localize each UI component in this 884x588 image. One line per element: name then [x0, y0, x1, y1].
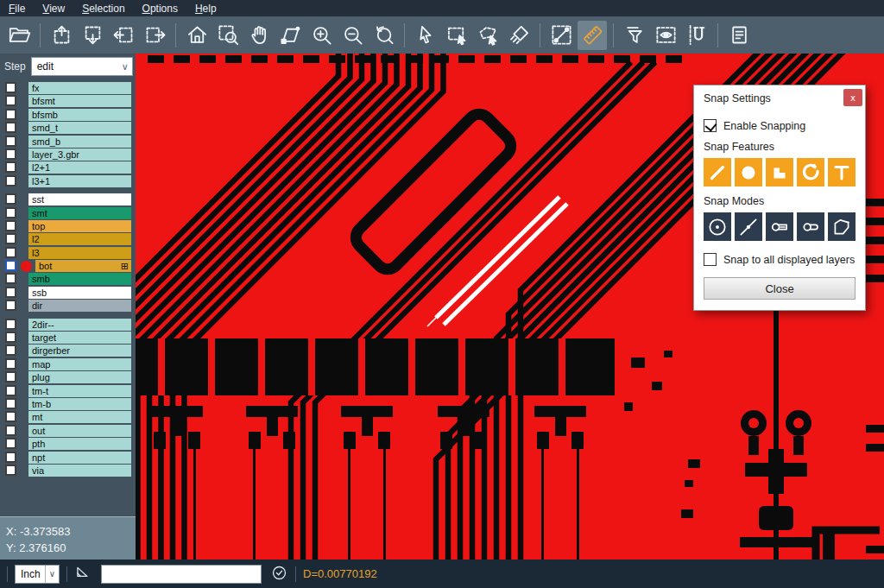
layer-checkbox-sst[interactable]: [5, 193, 16, 205]
layer-label-2dir--[interactable]: 2dir--: [28, 319, 131, 331]
enable-snapping-checkbox[interactable]: [704, 119, 717, 132]
layer-label-map[interactable]: map: [28, 358, 131, 370]
layer-checkbox-smb[interactable]: [5, 273, 16, 284]
layer-checkbox-l3[interactable]: [5, 247, 16, 258]
layer-label-dir[interactable]: dir: [28, 300, 131, 312]
layer-label-ssb[interactable]: ssb: [28, 287, 131, 299]
layer-label-smb[interactable]: smb: [28, 273, 131, 285]
layer-checkbox-tm-t[interactable]: [5, 385, 16, 396]
layer-checkbox-mt[interactable]: [5, 411, 16, 422]
layer-checkbox-fx[interactable]: [5, 82, 16, 93]
layer-label-l2[interactable]: l2: [28, 233, 131, 245]
layer-label-bfsmb[interactable]: bfsmb: [28, 109, 131, 121]
layer-checkbox-bot[interactable]: [5, 260, 16, 271]
layer-checkbox-smd_t[interactable]: [5, 122, 16, 133]
layer-checkbox-pth[interactable]: [5, 438, 16, 449]
layer-checkbox-target[interactable]: [5, 332, 16, 343]
snap-mode-center-button[interactable]: [704, 212, 731, 241]
snap-mode-contour-button[interactable]: [828, 212, 856, 241]
layer-checkbox-via[interactable]: [5, 465, 16, 476]
layer-label-pth[interactable]: pth: [28, 438, 131, 450]
layer-checkbox-plug[interactable]: [5, 371, 16, 383]
snap-feature-text-button[interactable]: [828, 158, 856, 187]
layer-checkbox-map[interactable]: [5, 358, 16, 370]
snap-all-layers-checkbox[interactable]: [704, 253, 717, 266]
zoom-in-button[interactable]: [306, 21, 336, 50]
layer-label-mt[interactable]: mt: [28, 411, 131, 423]
snap-mode-slot-open-button[interactable]: [797, 212, 824, 241]
layer-label-tm-t[interactable]: tm-t: [28, 385, 131, 397]
layer-label-npt[interactable]: npt: [28, 452, 131, 464]
layer-label-smt[interactable]: smt: [28, 207, 131, 219]
unit-select[interactable]: Inch ∨: [15, 565, 60, 584]
snap-feature-circle-pad-button[interactable]: [735, 158, 762, 187]
layer-label-fx[interactable]: fx: [28, 82, 131, 94]
filter-button[interactable]: [620, 21, 649, 50]
dialog-close-button[interactable]: x: [843, 89, 862, 106]
measure-distance-button[interactable]: [546, 21, 576, 50]
layer-label-bot[interactable]: bot⊞: [35, 260, 131, 272]
layer-label-layer_3.gbr[interactable]: layer_3.gbr: [28, 149, 131, 161]
layer-label-tm-b[interactable]: tm-b: [28, 398, 131, 410]
select-polygon-button[interactable]: [473, 21, 502, 50]
select-cursor-button[interactable]: [411, 21, 440, 50]
measure-input[interactable]: [101, 565, 262, 584]
zoom-out-button[interactable]: [338, 21, 367, 50]
layer-label-l2+1[interactable]: l2+1: [28, 161, 131, 174]
layer-checkbox-ssb[interactable]: [5, 287, 16, 298]
snap-feature-line-button[interactable]: [704, 158, 731, 187]
snap-mode-midpoint-button[interactable]: [735, 212, 762, 241]
menu-options[interactable]: Options: [134, 2, 186, 16]
layer-label-smd_b[interactable]: smd_b: [28, 136, 131, 148]
snap-feature-corner-pad-button[interactable]: [766, 158, 793, 187]
layer-checkbox-bfsmb[interactable]: [5, 109, 16, 120]
layer-checkbox-smt[interactable]: [5, 207, 16, 218]
select-rectangle-button[interactable]: [442, 21, 471, 50]
layer-checkbox-l3+1[interactable]: [5, 175, 16, 187]
layer-checkbox-smd_b[interactable]: [5, 136, 16, 147]
grid-icon[interactable]: ⊞: [121, 260, 129, 272]
ruler-button[interactable]: [578, 21, 607, 50]
layer-label-smd_t[interactable]: smd_t: [28, 122, 131, 134]
menu-selection[interactable]: Selection: [73, 2, 133, 16]
layer-checkbox-out[interactable]: [5, 425, 16, 436]
layer-label-bfsmt[interactable]: bfsmt: [28, 95, 131, 107]
show-hide-button[interactable]: [651, 21, 680, 50]
layer-label-l3+1[interactable]: l3+1: [28, 175, 131, 187]
view-down-button[interactable]: [78, 21, 107, 50]
layer-checkbox-top[interactable]: [5, 220, 16, 231]
zoom-window-button[interactable]: [213, 21, 243, 50]
layer-label-out[interactable]: out: [28, 425, 131, 437]
sync-check-icon[interactable]: [270, 564, 288, 585]
view-up-button[interactable]: [47, 21, 76, 50]
layer-label-target[interactable]: target: [28, 332, 131, 344]
layer-checkbox-bfsmt[interactable]: [5, 95, 16, 106]
layer-checkbox-2dir--[interactable]: [5, 319, 16, 330]
close-button[interactable]: Close: [704, 277, 856, 300]
snap-feature-arc-button[interactable]: [797, 158, 824, 187]
zoom-object-button[interactable]: [275, 21, 305, 50]
view-right-button[interactable]: [140, 21, 169, 50]
layer-label-via[interactable]: via: [28, 465, 131, 477]
layer-checkbox-layer_3.gbr[interactable]: [5, 149, 16, 160]
report-button[interactable]: [724, 21, 754, 50]
layer-label-top[interactable]: top: [28, 220, 131, 232]
snap-magnet-button[interactable]: [682, 21, 711, 50]
angle-measure-icon[interactable]: [74, 564, 92, 585]
layer-checkbox-l2+1[interactable]: [5, 161, 16, 173]
menu-file[interactable]: File: [0, 2, 34, 16]
layer-label-sst[interactable]: sst: [28, 193, 131, 205]
home-button[interactable]: [182, 21, 212, 50]
pan-hand-button[interactable]: [244, 21, 274, 50]
layer-checkbox-dir[interactable]: [5, 300, 16, 311]
layer-checkbox-npt[interactable]: [5, 452, 16, 463]
layer-checkbox-l2[interactable]: [5, 233, 16, 244]
menu-view[interactable]: View: [34, 2, 73, 16]
layer-label-dirgerber[interactable]: dirgerber: [28, 345, 131, 357]
brush-button[interactable]: [504, 21, 534, 50]
snap-mode-slot-button[interactable]: [766, 212, 793, 241]
menu-help[interactable]: Help: [186, 2, 225, 16]
view-left-button[interactable]: [109, 21, 138, 50]
open-file-button[interactable]: [4, 21, 34, 50]
layer-label-l3[interactable]: l3: [28, 247, 131, 259]
